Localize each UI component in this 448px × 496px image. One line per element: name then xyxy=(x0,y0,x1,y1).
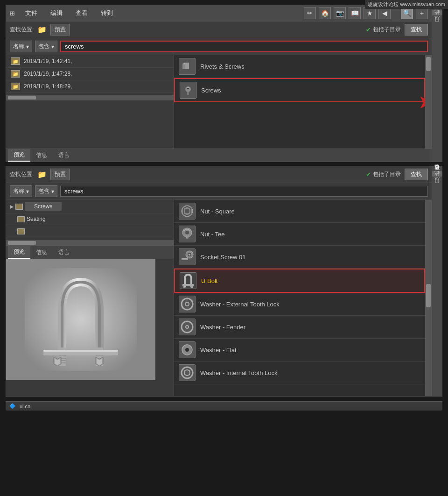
bottom-include-subdir: ✔ 包括子目录 xyxy=(366,170,401,178)
washer-ext-label: Washer - External Tooth Lock xyxy=(200,301,280,308)
menu-goto[interactable]: 转到 xyxy=(98,8,116,18)
side-tab-stats[interactable]: 统计 xyxy=(432,16,442,22)
bottom-location-label: 预置 xyxy=(55,170,66,178)
tab-preview-bottom[interactable]: 预览 xyxy=(8,246,30,259)
tab-preview-top[interactable]: 预览 xyxy=(8,149,30,162)
location-btn[interactable]: 预置 xyxy=(50,24,70,35)
result-screws[interactable]: Screws xyxy=(174,78,425,102)
home-icon-btn[interactable]: 🏠 xyxy=(319,7,331,19)
bottom-left-hscroll[interactable] xyxy=(6,240,174,246)
field-dropdown[interactable]: 名称 ▾ xyxy=(10,41,32,52)
svg-point-54 xyxy=(182,321,193,333)
bottom-tree-empty[interactable] xyxy=(6,225,174,238)
include-subdir-area: ✔ 包括子目录 xyxy=(366,26,401,34)
tree-item-3[interactable]: 📁 2019/1/19, 1:48:29, xyxy=(6,80,174,93)
washer-flat-label: Washer - Flat xyxy=(200,347,237,354)
tree-item-1[interactable]: 📁 2019/1/19, 1:42:41, xyxy=(6,55,174,68)
svg-rect-42 xyxy=(183,285,185,288)
bottom-location-btn[interactable]: 预置 xyxy=(50,169,70,180)
bottom-tree-seating[interactable]: Seating xyxy=(6,213,174,225)
menu-file[interactable]: 文件 xyxy=(22,8,40,18)
folder-icon-screws xyxy=(15,204,23,210)
bottom-field-chevron: ▾ xyxy=(26,188,29,195)
svg-rect-43 xyxy=(191,285,193,288)
bottom-side-tab-stats[interactable]: 统计 xyxy=(432,177,442,183)
tab-info-top[interactable]: 信息 xyxy=(30,149,53,162)
result-nut-tee[interactable]: Nut - Tee xyxy=(174,223,425,246)
top-right-vscroll[interactable] xyxy=(425,55,432,149)
result-rivets-screws[interactable]: Rivets & Screws xyxy=(174,55,425,78)
location-icon: 📁 xyxy=(37,25,47,34)
top-search-bar: 查找位置: 📁 预置 ✔ 包括子目录 查找 xyxy=(6,21,432,38)
svg-point-53 xyxy=(182,300,183,301)
bottom-find-button[interactable]: 查找 xyxy=(405,169,428,180)
result-u-bolt[interactable]: U Bolt xyxy=(174,269,425,293)
bottom-left-pane: ▶ Screws Seating 预览 信息 语言 xyxy=(6,200,174,396)
bottom-field-label: 名称 xyxy=(13,187,24,195)
status-icon: 🔷 xyxy=(9,403,16,409)
result-washer-fender[interactable]: Washer - Fender xyxy=(174,316,425,339)
find-button[interactable]: 查找 xyxy=(405,24,428,35)
folder-icon-seating xyxy=(17,216,25,222)
camera-icon-btn[interactable]: 📷 xyxy=(334,7,346,19)
svg-rect-6 xyxy=(187,92,189,95)
seating-tree-label: Seating xyxy=(27,216,46,222)
tree-date-1: 2019/1/19, 1:42:41, xyxy=(24,58,72,64)
bottom-side-tab-preview[interactable]: 预览器 xyxy=(432,171,442,177)
nut-tee-label: Nut - Tee xyxy=(200,231,225,238)
top-filter-row: 名称 ▾ 包含 ▾ xyxy=(6,38,432,55)
svg-point-30 xyxy=(185,209,189,213)
result-nut-square[interactable]: Nut - Square xyxy=(174,200,425,223)
screws-icon xyxy=(180,82,196,99)
tree-item-2[interactable]: 📁 2019/1/19, 1:47:28, xyxy=(6,68,174,80)
bottom-right-vscroll[interactable] xyxy=(425,200,432,396)
tab-lang-top[interactable]: 语言 xyxy=(53,149,75,162)
top-left-hscroll[interactable] xyxy=(6,95,174,100)
svg-point-2 xyxy=(183,63,185,64)
washer-ext-icon xyxy=(179,296,196,312)
screws-tree-label: Screws xyxy=(25,202,62,211)
search-input-top[interactable] xyxy=(60,41,428,52)
bottom-include-subdir-label: 包括子目录 xyxy=(373,170,401,178)
bottom-field-dropdown[interactable]: 名称 ▾ xyxy=(10,185,32,197)
tab-lang-bottom[interactable]: 语言 xyxy=(53,246,75,259)
svg-point-62 xyxy=(189,372,190,373)
washer-int-label: Washer - Internal Tooth Lock xyxy=(200,369,277,376)
svg-point-51 xyxy=(182,307,183,309)
socket-screw-label: Socket Screw 01 xyxy=(200,254,246,261)
top-side-tabs: 预览器 统计 日志 xyxy=(432,5,442,162)
edit-icon-btn[interactable]: ✏ xyxy=(304,7,316,19)
svg-point-60 xyxy=(187,369,188,370)
svg-point-47 xyxy=(191,300,193,301)
search-input-bottom[interactable] xyxy=(60,186,428,197)
bottom-condition-dropdown[interactable]: 包含 ▾ xyxy=(35,185,57,197)
svg-point-65 xyxy=(184,374,185,375)
bottom-tree-screws[interactable]: ▶ Screws xyxy=(6,200,174,213)
washer-int-icon xyxy=(179,364,196,381)
location-label: 预置 xyxy=(55,26,66,34)
result-washer-ext[interactable]: Washer - External Tooth Lock xyxy=(174,293,425,316)
screws-label: Screws xyxy=(201,87,221,94)
result-socket-screw[interactable]: Socket Screw 01 xyxy=(174,246,425,269)
result-washer-flat[interactable]: Washer - Flat xyxy=(174,339,425,361)
tab-info-bottom[interactable]: 信息 xyxy=(30,246,53,259)
side-tab-preview[interactable]: 预览器 xyxy=(432,10,442,15)
svg-point-66 xyxy=(184,372,185,373)
condition-dropdown[interactable]: 包含 ▾ xyxy=(35,41,57,52)
bottom-location-icon: 📁 xyxy=(37,170,47,179)
menu-view[interactable]: 查看 xyxy=(73,8,91,18)
svg-point-67 xyxy=(184,370,185,371)
tree-date-3: 2019/1/19, 1:48:29, xyxy=(24,83,72,90)
top-right-vscroll-thumb xyxy=(426,57,431,71)
bottom-panel: 查找位置: 📁 预置 ✔ 包括子目录 查找 名称 ▾ 包含 ▾ ▶ S xyxy=(6,166,442,397)
washer-fender-label: Washer - Fender xyxy=(200,324,245,331)
bottom-right-vscroll-thumb xyxy=(426,284,431,307)
bottom-side-tab-log[interactable]: 日志 xyxy=(432,184,442,190)
book-icon-btn[interactable]: 📖 xyxy=(349,7,361,19)
preview-area xyxy=(6,259,155,380)
result-washer-int[interactable]: Washer - Internal Tooth Lock xyxy=(174,361,425,384)
section-gap xyxy=(0,162,448,166)
menu-edit[interactable]: 编辑 xyxy=(48,8,65,18)
bottom-filter-row: 名称 ▾ 包含 ▾ xyxy=(6,183,432,200)
side-tab-log[interactable]: 日志 xyxy=(432,23,442,28)
